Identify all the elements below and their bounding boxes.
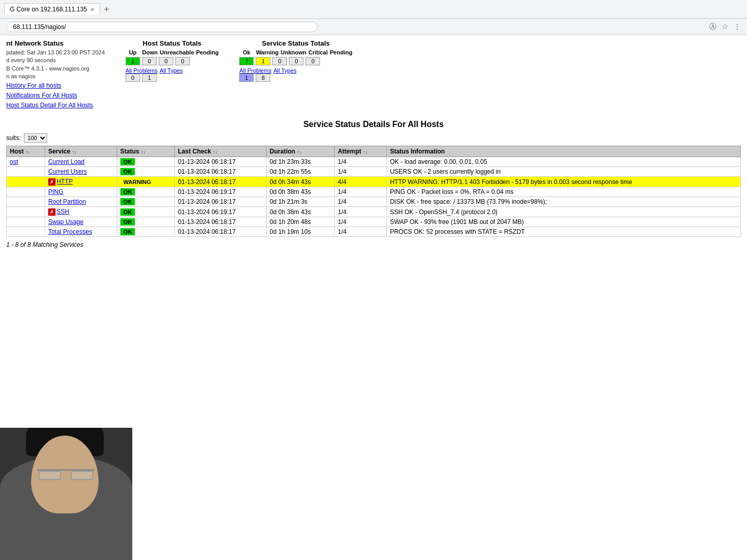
col-info: Status Information xyxy=(386,146,740,157)
cell-info: USERS OK - 2 users currently logged in xyxy=(386,167,740,177)
browser-tab-bar: G Core on 192.168.111.135 ✕ + xyxy=(0,0,747,19)
col-host: Host ↕↓ xyxy=(7,146,45,157)
cell-host xyxy=(7,227,45,237)
svc-unknown-value[interactable]: 0 xyxy=(272,57,287,65)
status-badge: OK xyxy=(120,168,135,175)
svc-all-problems-link[interactable]: All Problems xyxy=(239,67,271,74)
service-status-header-row: Ok Warning Unknown Critical Pending xyxy=(239,49,352,55)
service-link[interactable]: HTTP xyxy=(57,178,73,185)
menu-icon[interactable]: ⋮ xyxy=(734,22,741,32)
cell-status: OK xyxy=(117,157,174,167)
cell-info: SWAP OK - 93% free (1901 MB out of 2047 … xyxy=(386,217,740,227)
service-status-title: Service Status Totals xyxy=(239,39,352,47)
translate-icon[interactable]: Ⓐ xyxy=(709,22,716,32)
service-link[interactable]: Current Load xyxy=(48,158,85,165)
service-link[interactable]: Current Users xyxy=(48,168,87,175)
svc-warning-label: Warning xyxy=(256,49,279,55)
cell-attempt: 1/4 xyxy=(335,217,386,227)
host-link[interactable]: ost xyxy=(10,158,18,165)
table-row: ostCurrent LoadOK01-13-2024 06:18:170d 1… xyxy=(7,157,741,167)
notification-icon[interactable]: ✗ xyxy=(48,208,56,216)
host-unreachable-value[interactable]: 0 xyxy=(159,57,173,65)
table-row: Current UsersOK01-13-2024 06:18:170d 1h … xyxy=(7,167,741,177)
service-link[interactable]: Root Partition xyxy=(48,198,86,205)
host-all-types-value[interactable]: 1 xyxy=(142,74,157,82)
host-down-value[interactable]: 0 xyxy=(142,57,157,65)
svc-all-types-link[interactable]: All Types xyxy=(273,67,296,74)
active-tab[interactable]: G Core on 192.168.111.135 ✕ xyxy=(4,3,100,15)
svc-critical-value[interactable]: 0 xyxy=(289,57,303,65)
new-tab-button[interactable]: + xyxy=(104,5,109,14)
cell-service: ✗HTTP xyxy=(45,177,117,187)
address-bar: 68.111.135/nagios/ Ⓐ ☆ ⋮ xyxy=(0,19,747,35)
service-link[interactable]: SSH xyxy=(57,208,70,215)
network-status-title: nt Network Status xyxy=(6,39,105,47)
nav-notifications[interactable]: Notifications For All Hosts xyxy=(6,91,105,101)
host-all-problems-link[interactable]: All Problems xyxy=(126,67,158,74)
cell-status: OK xyxy=(117,227,174,237)
service-link[interactable]: Total Processes xyxy=(48,228,92,235)
svc-pending-value[interactable]: 0 xyxy=(306,57,320,65)
table-row: PINGOK01-13-2024 06:19:170d 0h 38m 43s1/… xyxy=(7,187,741,197)
status-badge: OK xyxy=(120,218,135,226)
cell-host xyxy=(7,207,45,217)
service-link[interactable]: Swap Usage xyxy=(48,218,84,226)
cell-duration: 0d 0h 38m 43s xyxy=(266,187,334,197)
cell-service: PING xyxy=(45,187,117,197)
cell-status: OK xyxy=(117,197,174,207)
left-panel: nt Network Status pdated: Sat Jan 13 06:… xyxy=(6,39,105,115)
cell-service: ✗SSH xyxy=(45,207,117,217)
network-user: n as nagios xyxy=(6,73,105,80)
cell-host xyxy=(7,177,45,187)
status-badge: WARNING xyxy=(120,178,154,186)
table-row: Swap UsageOK01-13-2024 06:18:170d 1h 20m… xyxy=(7,217,741,227)
col-last-check: Last Check ↑↓ xyxy=(174,146,266,157)
cell-attempt: 1/4 xyxy=(335,207,386,217)
cell-duration: 0d 0h 34m 43s xyxy=(266,177,334,187)
host-status-totals: Host Status Totals Up Down Unreachable P… xyxy=(126,39,218,83)
bookmark-icon[interactable]: ☆ xyxy=(722,22,728,32)
cell-service: Current Load xyxy=(45,157,117,167)
host-all-types-link[interactable]: All Types xyxy=(160,67,183,74)
host-pending-value[interactable]: 0 xyxy=(175,57,190,65)
host-all-problems-value[interactable]: 0 xyxy=(126,74,140,82)
results-select[interactable]: 100 50 25 All xyxy=(24,133,47,143)
cell-duration: 0d 1h 22m 55s xyxy=(266,167,334,177)
network-updated: pdated: Sat Jan 13 06:23:00 PST 2024 xyxy=(6,49,105,57)
cell-last-check: 01-13-2024 06:18:17 xyxy=(174,177,266,187)
cell-service: Root Partition xyxy=(45,197,117,207)
cell-last-check: 01-13-2024 06:18:17 xyxy=(174,197,266,207)
host-status-title: Host Status Totals xyxy=(126,39,218,47)
cell-last-check: 01-13-2024 06:18:17 xyxy=(174,167,266,177)
service-table: Host ↕↓ Service ↑↓ Status ↑↓ Last Check … xyxy=(6,146,741,237)
svc-ok-value[interactable]: 7 xyxy=(239,57,254,65)
cell-attempt: 1/4 xyxy=(335,157,386,167)
nav-history[interactable]: History For all hosts xyxy=(6,81,105,91)
cell-info: OK - load average: 0.00, 0.01, 0.05 xyxy=(386,157,740,167)
cell-service: Total Processes xyxy=(45,227,117,237)
table-header-row: Host ↕↓ Service ↑↓ Status ↑↓ Last Check … xyxy=(7,146,741,157)
status-badge: OK xyxy=(120,198,135,205)
cell-duration: 0d 1h 20m 48s xyxy=(266,217,334,227)
col-status: Status ↑↓ xyxy=(117,146,174,157)
svc-critical-label: Critical xyxy=(308,49,327,55)
svc-all-types-value[interactable]: 8 xyxy=(256,74,270,82)
cell-duration: 0d 0h 38m 43s xyxy=(266,207,334,217)
host-up-value[interactable]: 1 xyxy=(126,57,140,65)
cell-status: OK xyxy=(117,167,174,177)
cell-info: SSH OK - OpenSSH_7.4 (protocol 2.0) xyxy=(386,207,740,217)
network-info: nt Network Status pdated: Sat Jan 13 06:… xyxy=(6,39,105,81)
url-input[interactable]: 68.111.135/nagios/ xyxy=(6,22,317,32)
page-content: nt Network Status pdated: Sat Jan 13 06:… xyxy=(0,35,747,253)
tab-close-icon[interactable]: ✕ xyxy=(90,7,94,12)
nav-host-detail[interactable]: Host Status Detail For All Hosts xyxy=(6,101,105,110)
svc-warning-value[interactable]: 1 xyxy=(256,57,270,65)
service-link[interactable]: PING xyxy=(48,188,63,195)
tab-title: G Core on 192.168.111.135 xyxy=(10,6,87,13)
service-status-values-row: 7 1 0 0 0 xyxy=(239,57,352,65)
notification-icon[interactable]: ✗ xyxy=(48,178,56,186)
svc-all-problems-value[interactable]: 1 xyxy=(239,74,254,82)
cell-attempt: 4/4 xyxy=(335,177,386,187)
network-interval: d every 90 seconds xyxy=(6,57,105,64)
status-badge: OK xyxy=(120,208,135,216)
